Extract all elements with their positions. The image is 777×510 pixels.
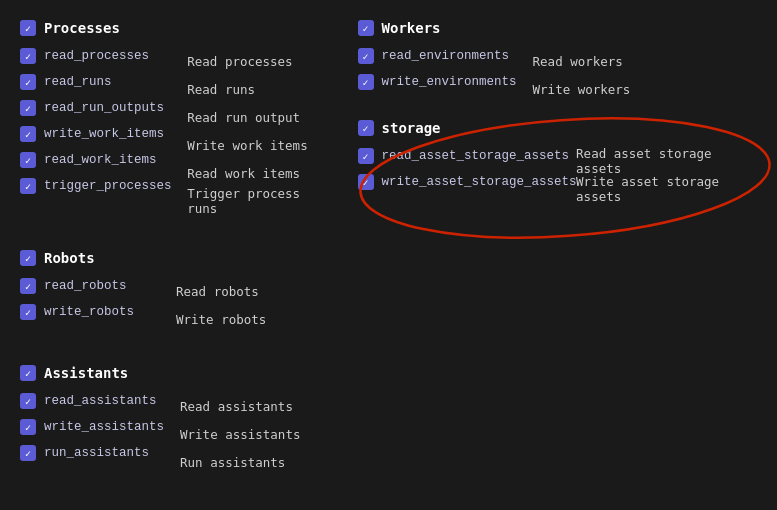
run-assistants-label: run_assistants (44, 446, 149, 460)
storage-header: storage (358, 120, 561, 136)
robots-header: Robots (20, 250, 160, 266)
read-work-items-label: read_work_items (44, 153, 157, 167)
desc-read-workers: Read workers (533, 50, 683, 72)
storage-desc-column: Read asset storage assets Write asset st… (576, 150, 757, 200)
robots-title: Robots (44, 250, 95, 266)
assistants-desc-column: Read assistants Write assistants Run ass… (180, 395, 330, 473)
list-item: write_work_items (20, 124, 171, 144)
write-assistants-checkbox[interactable] (20, 419, 36, 435)
desc-read-work-items: Read work items (187, 162, 337, 184)
desc-write-work-items: Write work items (187, 134, 337, 156)
list-item: write_robots (20, 302, 160, 322)
write-assistants-label: write_assistants (44, 420, 164, 434)
read-assistants-label: read_assistants (44, 394, 157, 408)
desc-run-assistants: Run assistants (180, 451, 330, 473)
read-assistants-checkbox[interactable] (20, 393, 36, 409)
desc-read-runs: Read runs (187, 78, 337, 100)
write-environments-checkbox[interactable] (358, 74, 374, 90)
processes-header: Processes (20, 20, 171, 36)
workers-checkbox[interactable] (358, 20, 374, 36)
assistants-checkbox[interactable] (20, 365, 36, 381)
robots-checkbox[interactable] (20, 250, 36, 266)
list-item: write_asset_storage_assets (358, 172, 561, 192)
desc-write-workers: Write workers (533, 78, 683, 100)
read-work-items-checkbox[interactable] (20, 152, 36, 168)
desc-read-assistants: Read assistants (180, 395, 330, 417)
processes-desc-column: Read processes Read runs Read run output… (187, 50, 337, 212)
list-item: read_robots (20, 276, 160, 296)
read-processes-checkbox[interactable] (20, 48, 36, 64)
read-run-outputs-checkbox[interactable] (20, 100, 36, 116)
list-item: read_run_outputs (20, 98, 171, 118)
read-robots-checkbox[interactable] (20, 278, 36, 294)
list-item: read_runs (20, 72, 171, 92)
read-runs-checkbox[interactable] (20, 74, 36, 90)
write-environments-label: write_environments (382, 75, 517, 89)
storage-column: storage read_asset_storage_assets write_… (358, 120, 561, 192)
trigger-processes-label: trigger_processes (44, 179, 172, 193)
desc-trigger-process-runs: Trigger process runs (187, 190, 337, 212)
read-asset-storage-label: read_asset_storage_assets (382, 149, 570, 163)
desc-write-assistants: Write assistants (180, 423, 330, 445)
read-runs-label: read_runs (44, 75, 112, 89)
list-item: write_environments (358, 72, 517, 92)
read-environments-checkbox[interactable] (358, 48, 374, 64)
workers-header: Workers (358, 20, 517, 36)
assistants-title: Assistants (44, 365, 128, 381)
list-item: read_work_items (20, 150, 171, 170)
list-item: read_environments (358, 46, 517, 66)
assistants-header: Assistants (20, 365, 164, 381)
assistants-column: Assistants read_assistants write_assista… (20, 365, 164, 463)
read-environments-label: read_environments (382, 49, 510, 63)
processes-column: Processes read_processes read_runs read_… (20, 20, 171, 196)
robots-column: Robots read_robots write_robots (20, 250, 160, 322)
list-item: read_assistants (20, 391, 164, 411)
read-processes-label: read_processes (44, 49, 149, 63)
write-work-items-checkbox[interactable] (20, 126, 36, 142)
list-item: run_assistants (20, 443, 164, 463)
desc-write-robots: Write robots (176, 308, 326, 330)
processes-checkbox[interactable] (20, 20, 36, 36)
read-asset-storage-checkbox[interactable] (358, 148, 374, 164)
storage-title: storage (382, 120, 441, 136)
workers-column: Workers read_environments write_environm… (358, 20, 517, 92)
list-item: trigger_processes (20, 176, 171, 196)
list-item: read_asset_storage_assets (358, 146, 561, 166)
write-asset-storage-label: write_asset_storage_assets (382, 175, 577, 189)
workers-desc-column: Read workers Write workers (533, 50, 683, 100)
read-run-outputs-label: read_run_outputs (44, 101, 164, 115)
list-item: read_processes (20, 46, 171, 66)
desc-read-processes: Read processes (187, 50, 337, 72)
desc-read-run-output: Read run output (187, 106, 337, 128)
write-work-items-label: write_work_items (44, 127, 164, 141)
processes-title: Processes (44, 20, 120, 36)
write-robots-checkbox[interactable] (20, 304, 36, 320)
desc-read-asset-storage: Read asset storage assets (576, 150, 757, 172)
desc-write-asset-storage: Write asset storage assets (576, 178, 757, 200)
run-assistants-checkbox[interactable] (20, 445, 36, 461)
storage-checkbox[interactable] (358, 120, 374, 136)
write-robots-label: write_robots (44, 305, 134, 319)
trigger-processes-checkbox[interactable] (20, 178, 36, 194)
workers-title: Workers (382, 20, 441, 36)
robots-desc-column: Read robots Write robots (176, 280, 326, 330)
write-asset-storage-checkbox[interactable] (358, 174, 374, 190)
read-robots-label: read_robots (44, 279, 127, 293)
desc-read-robots: Read robots (176, 280, 326, 302)
list-item: write_assistants (20, 417, 164, 437)
